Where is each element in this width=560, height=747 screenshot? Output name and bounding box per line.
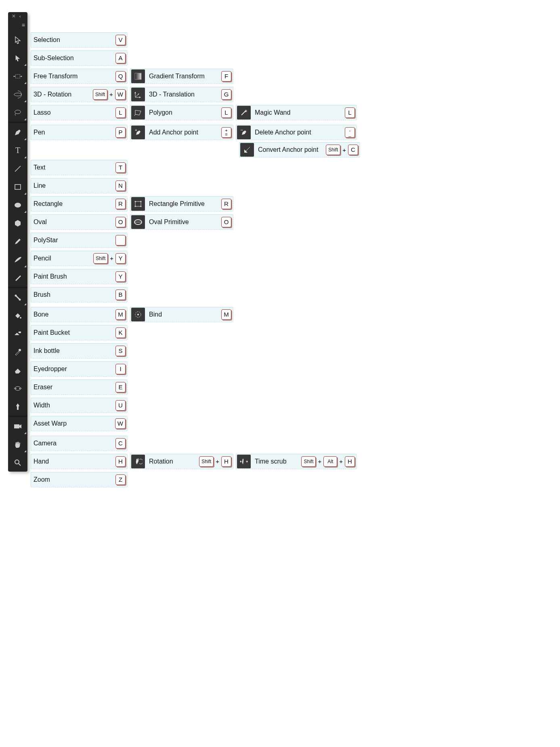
tool-asset-warp[interactable] [8,397,27,415]
tool-camera[interactable] [8,417,27,435]
tool-label: Oval Primitive [147,218,221,226]
key: H [115,456,126,467]
shortcut: Y [115,271,127,282]
tool-selection[interactable] [8,31,27,49]
key: H [345,456,355,467]
tool-label: PolyStar [31,237,115,244]
svg-rect-23 [135,201,141,206]
row-free-transform: Free TransformQGradient TransformF [27,67,360,85]
cell-free-transform[interactable]: Free TransformQ [31,69,128,84]
key: Shift [301,456,316,467]
shortcut: R [221,199,233,209]
cell-polygon[interactable]: PolygonL [130,105,233,120]
tool-eyedropper[interactable] [8,343,27,361]
tool-paint-bucket[interactable] [8,306,27,325]
cell-width[interactable]: WidthU [31,398,128,413]
svg-point-26 [135,206,136,207]
tool-line[interactable] [8,159,27,178]
tool-polystar[interactable] [8,214,27,232]
tool-label: Pen [31,129,115,136]
cell-brush[interactable]: BrushB [31,287,128,302]
tool-lasso[interactable] [8,103,27,122]
tool-label: Asset Warp [31,420,115,427]
tool-paint-brush[interactable] [8,250,27,269]
row-sub-selection: Sub-SelectionA [27,49,360,67]
key: E [115,382,126,392]
tool-label: Delete Anchor point [252,129,345,136]
row-camera: CameraC [27,434,360,452]
cell-lasso[interactable]: LassoL [31,105,128,120]
cell-oval[interactable]: OvalO [31,214,128,230]
cell-3d-translation[interactable]: 3D - TranslationG [130,87,233,102]
cell-oval-primitive[interactable]: Oval PrimitiveO [130,214,233,230]
cell-asset-warp[interactable]: Asset WarpW [31,416,128,431]
row-paint-brush: Paint BrushY [27,267,360,285]
cell-bone[interactable]: BoneM [31,307,128,322]
tool-eraser[interactable] [8,361,27,379]
cell-3d-rotation[interactable]: 3D - RotationShift+W [31,87,128,102]
cell-gradient-transform[interactable]: Gradient TransformF [130,69,233,84]
flyout-indicator [24,211,26,213]
cell-paint-brush[interactable]: Paint BrushY [31,269,128,284]
tool-brush[interactable] [8,269,27,287]
shortcut: K [115,327,127,338]
tool-label: Oval [31,218,115,226]
shortcut: O [221,217,233,227]
key: T [115,162,126,173]
cell-pen[interactable]: PenP [31,125,128,140]
flyout-indicator [24,64,26,66]
cell-line[interactable]: LineN [31,178,128,193]
shortcut: E [115,382,127,392]
key: L [221,107,231,118]
key: W [115,89,126,100]
tool-zoom[interactable] [8,453,27,472]
cell-ink-bottle[interactable]: Ink bottleS [31,343,128,359]
tool-text[interactable]: T [8,141,27,159]
cell-rectangle[interactable]: RectangleR [31,196,128,212]
cell-camera[interactable]: CameraC [31,436,128,451]
cell-polystar[interactable]: PolyStar [31,233,128,248]
cell-text[interactable]: TextT [31,160,128,175]
cell-add-anchor-point[interactable]: +Add Anchor point+= [130,125,233,140]
tool-pen[interactable] [8,123,27,141]
tool-label: Convert Anchor point [256,146,326,153]
cell-eraser[interactable]: EraserE [31,380,128,395]
close-icon[interactable]: ✕ [12,14,16,19]
tool-hand[interactable] [8,435,27,453]
cell-sub-selection[interactable]: Sub-SelectionA [31,50,128,66]
cell-selection[interactable]: SelectionV [31,32,128,48]
key: R [115,199,126,209]
cell-zoom[interactable]: ZoomZ [31,472,128,487]
tool-bone[interactable] [8,288,27,306]
bind-icon [131,308,145,321]
cell-rotation[interactable]: RotationShift+H [130,454,233,469]
cell-hand[interactable]: HandH [31,454,128,469]
cell-magic-wand[interactable]: Magic WandL [236,105,357,120]
cell-rectangle-primitive[interactable]: Rectangle PrimitiveR [130,196,233,212]
tool-label: Add Anchor point [147,129,221,136]
cell-pencil[interactable]: PencilShift+Y [31,251,128,266]
tool-label: Width [31,402,115,409]
tool-rectangle[interactable] [8,178,27,196]
cell-paint-bucket[interactable]: Paint BucketK [31,325,128,340]
tool-3d-rotation[interactable] [8,85,27,103]
cell-convert-anchor-point[interactable]: Convert Anchor pointShift+C [239,142,360,157]
tool-ink-bottle[interactable] [8,325,27,343]
cell-delete-anchor-point[interactable]: −Delete Anchor point-_ [236,125,357,140]
tool-label: Brush [31,291,115,298]
tool-oval[interactable] [8,196,27,214]
row-paint-bucket: Paint BucketK [27,323,360,342]
key: O [221,217,231,227]
cell-time-scrub[interactable]: Time scrubShift+Alt+H [236,454,357,469]
cell-eyedropper[interactable]: EyedropperI [31,361,128,377]
cell-bind[interactable]: BindM [130,307,233,322]
tool-width[interactable] [8,379,27,397]
menu-icon[interactable]: ≡ [22,22,24,28]
shortcut: A [115,53,127,63]
tool-pencil[interactable] [8,232,27,250]
tool-sub-selection[interactable] [8,49,27,67]
polygon-lasso-icon [131,106,145,120]
tool-free-transform[interactable] [8,67,27,85]
svg-point-14 [19,349,21,351]
svg-rect-0 [16,74,20,78]
